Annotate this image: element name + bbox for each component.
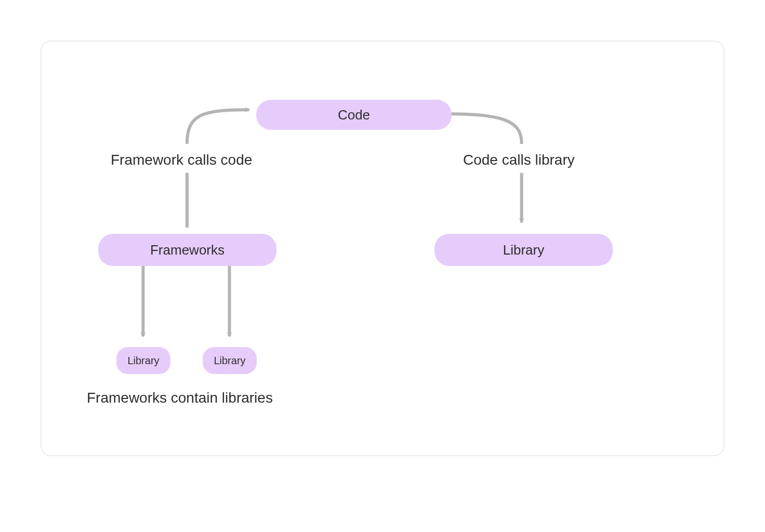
node-code: Code: [256, 100, 452, 130]
label-code-calls-library: Code calls library: [463, 152, 575, 168]
node-library: Library: [434, 234, 613, 266]
node-frameworks-label: Frameworks: [150, 242, 225, 258]
node-library-small-2: Library: [203, 347, 257, 374]
node-library-label: Library: [503, 242, 544, 258]
label-frameworks-contain: Frameworks contain libraries: [87, 390, 273, 406]
diagram-frame: Code Framework calls code Code calls lib…: [41, 41, 724, 456]
node-library-small-1-label: Library: [127, 355, 159, 367]
node-library-small-2-label: Library: [214, 355, 245, 367]
node-code-label: Code: [338, 107, 370, 123]
label-framework-calls-code: Framework calls code: [111, 152, 252, 168]
node-frameworks: Frameworks: [98, 234, 276, 266]
node-library-small-1: Library: [116, 347, 170, 374]
